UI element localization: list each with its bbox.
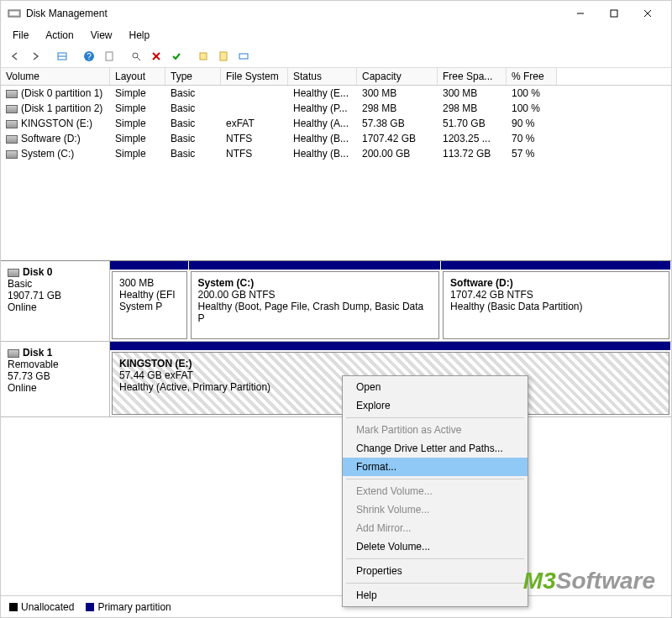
volume-row[interactable]: KINGSTON (E:) SimpleBasic exFATHealthy (…	[1, 116, 671, 131]
volume-row[interactable]: Software (D:) SimpleBasic NTFSHealthy (B…	[1, 131, 671, 146]
doc-icon[interactable]	[214, 47, 233, 65]
partition-box[interactable]: 300 MBHealthy (EFI System P	[112, 271, 187, 339]
col-type[interactable]: Type	[165, 68, 221, 85]
svg-rect-10	[106, 52, 113, 60]
disk-management-window: Disk Management File Action View Help ? …	[0, 0, 672, 618]
disk-row: Disk 0Basic1907.71 GBOnline300 MBHealthy…	[1, 261, 671, 342]
menu-help[interactable]: Help	[123, 28, 157, 43]
watermark: M3Software	[523, 568, 655, 594]
ctx-extend-volume: Extend Volume...	[343, 482, 528, 500]
legend: Unallocated Primary partition	[1, 595, 671, 617]
svg-rect-17	[239, 54, 248, 59]
legend-unallocated: Unallocated	[9, 601, 74, 613]
ctx-mark-partition-as-active: Mark Partition as Active	[343, 421, 528, 439]
disk-map: Disk 0Basic1907.71 GBOnline300 MBHealthy…	[1, 261, 671, 595]
drive-icon	[6, 105, 18, 113]
col-pctfree[interactable]: % Free	[507, 68, 557, 85]
disk-info: Disk 0Basic1907.71 GBOnline	[1, 261, 110, 341]
new-icon[interactable]	[194, 47, 213, 65]
drive-icon	[6, 120, 18, 128]
ctx-open[interactable]: Open	[343, 378, 528, 396]
drive-icon	[6, 135, 18, 144]
volume-list-header: Volume Layout Type File System Status Ca…	[1, 68, 671, 86]
volume-row[interactable]: (Disk 0 partition 1) SimpleBasic Healthy…	[1, 86, 671, 101]
forward-icon[interactable]	[26, 47, 45, 65]
delete-icon[interactable]	[147, 47, 165, 65]
props-icon[interactable]	[234, 47, 253, 65]
toolbar: ?	[1, 45, 671, 68]
disk-info: Disk 1Removable57.73 GBOnline	[1, 342, 110, 416]
disk-row: Disk 1Removable57.73 GBOnlineKINGSTON (E…	[1, 342, 671, 417]
svg-rect-3	[611, 10, 617, 17]
svg-rect-15	[200, 53, 207, 60]
sheet-icon[interactable]	[100, 47, 118, 65]
svg-line-12	[137, 57, 140, 60]
volume-row[interactable]: (Disk 1 partition 2) SimpleBasic Healthy…	[1, 101, 671, 116]
disk-icon	[8, 349, 19, 358]
back-icon[interactable]	[6, 47, 24, 65]
ctx-change-drive-letter-and-paths[interactable]: Change Drive Letter and Paths...	[343, 439, 528, 458]
col-free[interactable]: Free Spa...	[438, 68, 507, 85]
search-icon[interactable]	[127, 47, 145, 65]
maximize-button[interactable]	[597, 2, 631, 25]
ctx-properties[interactable]: Properties	[343, 562, 528, 580]
svg-rect-16	[220, 52, 227, 60]
panel-icon[interactable]	[53, 47, 71, 65]
svg-rect-1	[10, 12, 18, 15]
window-controls	[564, 2, 664, 25]
titlebar: Disk Management	[1, 1, 671, 26]
svg-text:?: ?	[87, 52, 92, 61]
ctx-format[interactable]: Format...	[343, 458, 528, 476]
drive-icon	[6, 150, 18, 159]
disk-icon	[8, 269, 19, 277]
menubar: File Action View Help	[1, 26, 671, 45]
menu-file[interactable]: File	[6, 28, 35, 43]
partition-box[interactable]: System (C:)200.00 GB NTFSHealthy (Boot, …	[191, 271, 440, 339]
col-capacity[interactable]: Capacity	[357, 68, 438, 85]
context-menu: OpenExploreMark Partition as ActiveChang…	[342, 375, 528, 607]
app-icon	[8, 7, 21, 20]
minimize-button[interactable]	[564, 2, 597, 25]
col-layout[interactable]: Layout	[110, 68, 165, 85]
ctx-help[interactable]: Help	[343, 586, 528, 605]
ctx-delete-volume[interactable]: Delete Volume...	[343, 537, 528, 556]
close-button[interactable]	[631, 2, 664, 25]
col-filesystem[interactable]: File System	[221, 68, 288, 85]
col-volume[interactable]: Volume	[1, 68, 110, 85]
col-status[interactable]: Status	[288, 68, 357, 85]
ctx-explore[interactable]: Explore	[343, 396, 528, 415]
window-title: Disk Management	[26, 8, 564, 19]
partition-box[interactable]: Software (D:)1707.42 GB NTFSHealthy (Bas…	[443, 271, 669, 339]
volume-row[interactable]: System (C:) SimpleBasic NTFSHealthy (B..…	[1, 146, 671, 161]
volume-list: Volume Layout Type File System Status Ca…	[1, 68, 671, 261]
ctx-shrink-volume: Shrink Volume...	[343, 500, 528, 519]
ctx-add-mirror: Add Mirror...	[343, 519, 528, 537]
legend-primary: Primary partition	[86, 601, 171, 613]
help-icon[interactable]: ?	[80, 47, 98, 65]
check-icon[interactable]	[167, 47, 186, 65]
menu-action[interactable]: Action	[39, 28, 80, 43]
menu-view[interactable]: View	[84, 28, 119, 43]
drive-icon	[6, 90, 18, 98]
